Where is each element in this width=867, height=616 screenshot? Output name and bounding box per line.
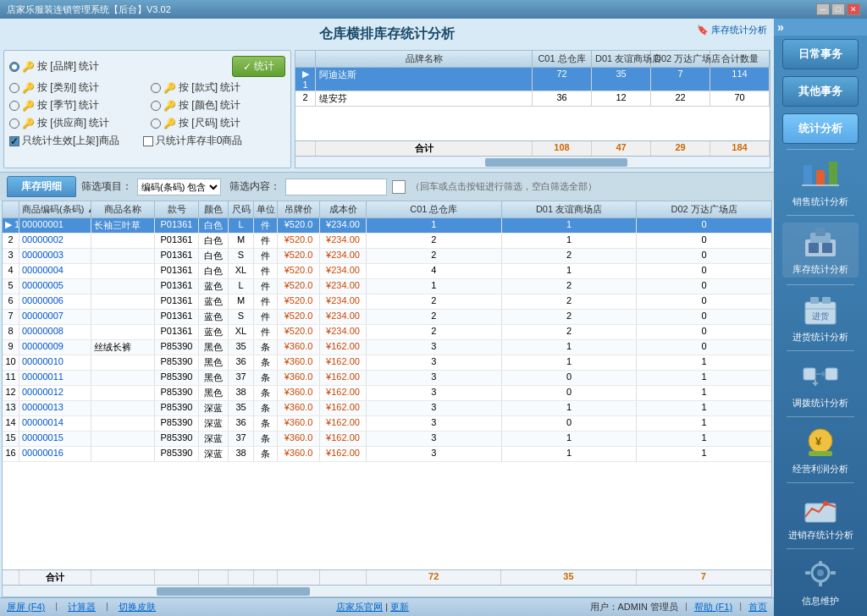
- sidebar-inbound-stat[interactable]: 进货 进货统计分析: [782, 292, 859, 344]
- inventory-detail-tab[interactable]: 库存明细: [7, 176, 76, 197]
- window-controls: ─ □ ✕: [816, 3, 860, 15]
- svg-rect-2: [829, 162, 837, 185]
- checkbox-active-box[interactable]: ✓: [9, 136, 19, 146]
- detail-row[interactable]: 10 00000010 P85390 黑色 36 条 ¥360.0 ¥162.0…: [3, 355, 771, 371]
- svg-text:进货: 进货: [812, 311, 829, 321]
- sidebar-inventory-stat[interactable]: 库存统计分析: [782, 223, 859, 278]
- svg-rect-11: [822, 297, 831, 304]
- screenshot-link[interactable]: 屏屏 (F4): [7, 601, 45, 613]
- maximize-button[interactable]: □: [831, 3, 845, 15]
- official-site-link[interactable]: 店家乐官网: [336, 602, 383, 612]
- calculator-link[interactable]: 计算器: [68, 601, 96, 613]
- inventory-stat-label: 库存统计分析: [792, 263, 848, 276]
- home-link[interactable]: 首页: [748, 601, 767, 613]
- detail-row[interactable]: 9 00000009 丝绒长裤 P85390 黑色 35 条 ¥360.0 ¥1…: [3, 340, 771, 355]
- detail-header: 库存明细 筛选项目： 编码(条码) 包含 名称 包含 款号 包含 颜色 包含 尺…: [0, 173, 774, 201]
- detail-table-body: ▶ 1 00000001 长袖三叶草 P01361 白色 L 件 ¥520.0 …: [3, 218, 771, 569]
- svg-rect-7: [809, 243, 819, 253]
- filter-color[interactable]: 🔑 按 [颜色] 统计: [151, 98, 285, 113]
- filter-category[interactable]: 🔑 按 [类别] 统计: [9, 80, 144, 95]
- svg-rect-0: [803, 165, 812, 185]
- detail-row[interactable]: 11 00000011 P85390 黑色 37 条 ¥360.0 ¥162.0…: [3, 371, 771, 386]
- detail-row[interactable]: 6 00000006 P01361 蓝色 M 件 ¥520.0 ¥234.00 …: [3, 294, 771, 310]
- svg-rect-6: [815, 228, 826, 236]
- svg-rect-1: [816, 170, 825, 185]
- app-title: 店家乐服装连锁管理系统【后台】V3.02: [7, 3, 171, 16]
- svg-rect-8: [822, 243, 832, 253]
- svg-rect-14: [803, 368, 815, 380]
- detail-row[interactable]: 16 00000016 P85390 深蓝 38 条 ¥360.0 ¥162.0…: [3, 447, 771, 462]
- filter-select[interactable]: 编码(条码) 包含 名称 包含 款号 包含 颜色 包含 尺码 包含: [137, 179, 221, 195]
- detail-total-row: 合计 72 35 7: [3, 569, 771, 585]
- detail-row[interactable]: 3 00000003 P01361 白色 S 件 ¥520.0 ¥234.00 …: [3, 249, 771, 264]
- detail-table: 商品编码(条码) ▲ 商品名称 款号 颜色 尺码 单位 吊牌价 成本价 C01 …: [2, 201, 772, 597]
- help-link[interactable]: 帮助 (F1): [694, 601, 732, 613]
- svg-point-26: [817, 569, 824, 576]
- radio-supplier[interactable]: [9, 118, 19, 129]
- radio-style[interactable]: [151, 83, 161, 93]
- brand-table: 品牌名称 C01 总仓库 D01 友谊商场店 D02 万达广场店 合计数量 ▶ …: [295, 50, 770, 168]
- brand-table-header: 品牌名称 C01 总仓库 D01 友谊商场店 D02 万达广场店 合计数量: [295, 51, 770, 68]
- detail-row[interactable]: 12 00000012 P85390 黑色 38 条 ¥360.0 ¥162.0…: [3, 386, 771, 401]
- detail-row[interactable]: 5 00000005 P01361 蓝色 L 件 ¥520.0 ¥234.00 …: [3, 279, 771, 294]
- radio-season[interactable]: [9, 101, 19, 111]
- detail-row[interactable]: 15 00000015 P85390 深蓝 37 条 ¥360.0 ¥162.0…: [3, 432, 771, 447]
- sidebar-stock-in-stat[interactable]: 进销存统计分析: [782, 490, 859, 542]
- top-right-link[interactable]: 🔖 库存统计分析: [697, 24, 767, 36]
- page-title: 仓库横排库存统计分析: [3, 25, 770, 43]
- update-link[interactable]: 更新: [390, 602, 409, 612]
- sidebar-transfer-stat[interactable]: 调拨统计分析: [782, 358, 859, 410]
- detail-row[interactable]: 8 00000008 P01361 蓝色 XL 件 ¥520.0 ¥234.00…: [3, 325, 771, 340]
- detail-row[interactable]: 13 00000013 P85390 深蓝 35 条 ¥360.0 ¥162.0…: [3, 401, 771, 416]
- radio-size[interactable]: [151, 118, 161, 129]
- sidebar-sales-stat[interactable]: 销售统计分析: [782, 157, 859, 208]
- svg-rect-27: [819, 561, 822, 566]
- info-maintain-label: 信息维护: [802, 595, 839, 608]
- detail-row[interactable]: 7 00000007 P01361 蓝色 S 件 ¥520.0 ¥234.00 …: [3, 310, 771, 325]
- brand-row-2[interactable]: 2 缇安芬 36 12 22 70: [295, 91, 770, 107]
- filter-brand[interactable]: 🔑 按 [品牌] 统计: [9, 59, 114, 74]
- filter-style[interactable]: 🔑 按 [款式] 统计: [151, 80, 285, 95]
- profit-label: 经营利润分析: [792, 463, 848, 476]
- brand-hscrollbar[interactable]: [295, 156, 770, 168]
- minimize-button[interactable]: ─: [816, 3, 830, 15]
- detail-row[interactable]: 4 00000004 P01361 白色 XL 件 ¥520.0 ¥234.00…: [3, 264, 771, 279]
- filter-exec-checkbox[interactable]: [392, 180, 406, 194]
- radio-category[interactable]: [9, 83, 19, 93]
- checkbox-nonzero-box[interactable]: [143, 136, 153, 146]
- close-button[interactable]: ✕: [847, 3, 860, 15]
- sidebar-expand[interactable]: »: [774, 19, 867, 36]
- sidebar-stat[interactable]: 统计分析: [782, 113, 859, 144]
- svg-text:¥: ¥: [815, 435, 822, 448]
- stat-button[interactable]: ✓ 统计: [232, 56, 285, 77]
- svg-rect-15: [826, 368, 837, 380]
- title-bar: 店家乐服装连锁管理系统【后台】V3.02 ─ □ ✕: [0, 0, 867, 19]
- detail-hscrollbar[interactable]: [3, 585, 771, 597]
- filter-supplier[interactable]: 🔑 按 [供应商] 统计: [9, 116, 144, 130]
- svg-rect-30: [831, 571, 836, 575]
- inbound-stat-label: 进货统计分析: [792, 331, 848, 344]
- filter-season[interactable]: 🔑 按 [季节] 统计: [9, 98, 144, 113]
- sales-stat-label: 销售统计分析: [792, 195, 848, 208]
- radio-color[interactable]: [151, 101, 161, 111]
- sidebar-profit-analysis[interactable]: ¥ 经营利润分析: [782, 424, 859, 476]
- sidebar-info-maintain[interactable]: 信息维护: [782, 556, 859, 608]
- detail-row[interactable]: 2 00000002 P01361 白色 M 件 ¥520.0 ¥234.00 …: [3, 234, 771, 249]
- detail-row[interactable]: ▶ 1 00000001 长袖三叶草 P01361 白色 L 件 ¥520.0 …: [3, 218, 771, 234]
- skin-link[interactable]: 切换皮肤: [119, 601, 156, 613]
- detail-row[interactable]: 14 00000014 P85390 深蓝 36 条 ¥360.0 ¥162.0…: [3, 416, 771, 432]
- radio-brand[interactable]: [9, 62, 19, 72]
- svg-rect-29: [805, 571, 810, 575]
- user-info: 用户：ADMIN 管理员: [590, 601, 679, 613]
- filter-size[interactable]: 🔑 按 [尺码] 统计: [151, 116, 285, 130]
- transfer-stat-label: 调拨统计分析: [792, 397, 848, 410]
- brand-row-1[interactable]: ▶ 1 阿迪达斯 72 35 7 114: [295, 68, 770, 91]
- brand-total-row: 合计 108 47 29 184: [295, 140, 770, 156]
- filter-content-input[interactable]: [285, 179, 387, 195]
- checkbox-active[interactable]: ✓ 只统计生效[上架]商品: [9, 134, 119, 148]
- sidebar-daily[interactable]: 日常事务: [782, 39, 859, 69]
- filter-panel: 🔑 按 [品牌] 统计 ✓ 统计 🔑: [3, 50, 291, 168]
- checkbox-nonzero[interactable]: 只统计库存非0商品: [143, 134, 243, 148]
- sidebar-other[interactable]: 其他事务: [782, 76, 859, 107]
- svg-rect-23: [805, 503, 836, 522]
